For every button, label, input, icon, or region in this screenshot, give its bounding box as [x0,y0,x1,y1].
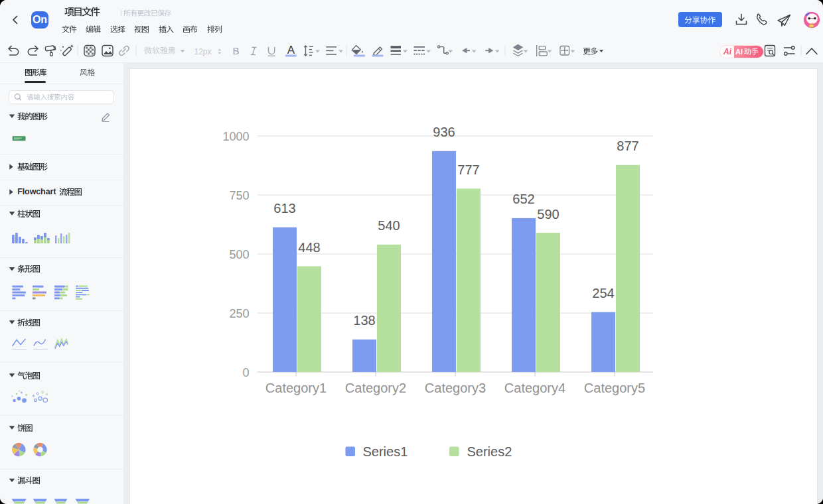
svg-text:138: 138 [353,313,375,328]
svg-text:A: A [287,44,295,56]
svg-text:590: 590 [537,207,559,221]
svg-text:Series2: Series2 [467,444,512,459]
svg-text:448: 448 [298,240,320,255]
svg-text:Category1: Category1 [265,381,327,395]
svg-text:Series1: Series1 [363,444,408,459]
svg-text:Category5: Category5 [584,381,645,395]
svg-text:1000: 1000 [222,130,249,143]
svg-text:Category3: Category3 [425,381,486,395]
svg-text:936: 936 [433,125,455,139]
svg-text:0: 0 [242,366,249,379]
svg-text:652: 652 [512,192,534,206]
svg-text:750: 750 [229,189,249,202]
svg-text:Category4: Category4 [504,381,565,395]
svg-text:613: 613 [273,201,295,216]
svg-text:250: 250 [229,307,249,320]
svg-text:777: 777 [457,162,479,177]
svg-text:B: B [232,45,239,56]
svg-text:540: 540 [378,218,400,233]
svg-text:Category2: Category2 [345,381,406,395]
svg-text:254: 254 [592,286,614,300]
svg-text:877: 877 [617,139,638,153]
svg-text:500: 500 [229,248,249,261]
